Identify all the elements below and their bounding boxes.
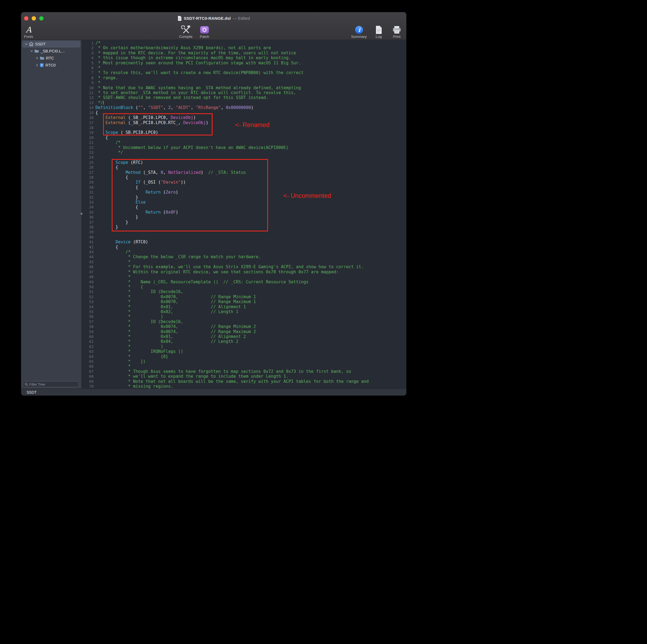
line-number: 44 [82,254,93,259]
code-line-text: Scope (_SB.PCI0.LPC0) [93,130,158,135]
summary-button[interactable]: i Summary [351,25,367,39]
code-line: 25 Scope (RTC) [82,160,406,165]
line-number: 18 [82,125,93,130]
code-line: 61 * 0x04, // Length 2 [82,339,406,344]
code-line: 44 * Change the below _CSR range to matc… [82,254,406,259]
code-line-text: * IRQNoFlags () [93,349,183,354]
code-line-text: * 0x01, // Alignment 2 [93,334,246,339]
print-button[interactable]: Print [390,25,403,39]
text-cursor [103,101,104,105]
code-line: 35 Return (0x0F) [82,210,406,215]
code-line-text: /* [93,41,100,46]
splitter-handle[interactable] [81,213,82,215]
code-line: 20 { [82,135,406,140]
code-line: 32 } [82,195,406,200]
log-button[interactable]: Log [373,25,385,39]
code-line: 68 * we'll want to expand the range to i… [82,374,406,379]
filter-input[interactable] [29,382,77,386]
line-number: 37 [82,220,93,225]
chevron-down-icon[interactable] [29,50,34,53]
titlebar[interactable]: SSDT-RTC0-RANGE.dsl — Edited [21,12,406,25]
code-line: 50 * { [82,285,406,289]
line-number: 8 [82,75,93,80]
code-line-text: * {8} [93,354,168,359]
code-line-text: * range. [93,75,118,80]
code-line: 12 * SSDT-AWAC should be removed and ins… [82,95,406,100]
sidebar-tree: SSDT_SB.PCI0.L…RTCRTC0 [21,40,81,69]
code-line: 33 Else [82,200,406,205]
line-number: 22 [82,145,93,150]
line-number: 42 [82,245,93,250]
code-line: 16 External (_SB_.PCI0.LPC0, DeviceObj) [82,115,406,120]
code-line: 58 * 0x0074, // Range Minimum 2 [82,324,406,329]
code-line: 27 Method (_STA, 0, NotSerialized) // _S… [82,170,406,175]
zoom-button[interactable] [39,16,44,20]
status-bar: SSDT [21,389,406,396]
code-line: 67 * Though Asus seems to have forgotten… [82,369,406,374]
filter-field[interactable] [23,381,79,387]
code-line: 8 * range. [82,75,406,80]
code-line: 7 * To resolve this, we'll want to creat… [82,70,406,75]
code-line: 11 * to set another _STA method in your … [82,90,406,95]
code-line-text: * 0x0070, // Range Minimum 1 [93,295,256,299]
chevron-right-icon[interactable] [35,57,39,60]
code-line-text: * { [93,285,143,289]
line-number: 27 [82,170,93,175]
code-line: 64 * {8} [82,354,406,359]
chevron-down-icon[interactable] [24,43,28,46]
line-number: 39 [82,230,93,234]
code-line-text: * 0x0074, // Range Maximum 2 [93,329,256,334]
patch-button[interactable]: Patch [197,25,212,39]
code-line-text: /* [93,250,131,254]
line-number: 9 [82,80,93,85]
line-number: 10 [82,85,93,90]
code-line: 52 * 0x0070, // Range Minimum 1 [82,295,406,299]
line-number: 32 [82,195,93,200]
sidebar-item-rtc0[interactable]: RTC0 [22,62,80,69]
window-title-edited: — Edited [233,16,250,21]
sidebar-item-ssdt[interactable]: SSDT [22,41,80,48]
minimize-button[interactable] [31,16,36,20]
code-line: 69 * Note that not all boards will be th… [82,379,406,384]
code-line-text: { [93,165,118,170]
code-line: 13 */ [82,100,406,105]
traffic-lights [24,12,44,25]
code-line-text: External (_SB_.PCI0.LPC0, DeviceObj) [93,115,196,120]
code-line-text: If (_OSI ("Darwin")) [93,180,186,185]
code-line-text: * SSDT-AWAC should be removed and instea… [93,95,268,100]
code-line-text: { [93,185,138,190]
code-editor[interactable]: 1/*2 * On certain motherboards(mainly As… [82,40,406,389]
search-icon [25,383,28,386]
code-line-text: * 0x04, // Length 2 [93,339,238,344]
code-line: 51 * IO (Decode16, [82,289,406,294]
line-number: 43 [82,250,93,254]
code-line: 24 [82,155,406,160]
code-line-text: * 0x0070, // Range Maximum 1 [93,299,256,304]
line-number: 17 [82,120,93,125]
chevron-right-icon[interactable] [35,64,39,67]
compile-button[interactable]: Compile [177,25,194,39]
code-line: 39 [82,230,406,234]
line-number: 33 [82,200,93,205]
code-line-text: Return (Zero) [93,190,178,195]
code-line: 37 } [82,220,406,225]
line-number: 14 [82,105,93,110]
patch-gear-icon [200,25,209,34]
line-number: 65 [82,359,93,364]
code-line-text: External (_SB_.PCI0.LPC0.RTC_, DeviceObj… [93,120,208,125]
document-icon [177,16,182,21]
code-line-text: * mapped in the RTC device. For the majo… [93,51,296,56]
sidebar-item-sb-pci0-l[interactable]: _SB.PCI0.L… [22,48,80,55]
code-line: 49 * Name (_CRS, ResourceTemplate () // … [82,279,406,285]
close-button[interactable] [24,16,28,20]
code-line: 34 { [82,205,406,210]
code-line: 30 { [82,185,406,190]
sidebar-item-rtc[interactable]: RTC [22,55,80,62]
code-line-text: * [93,364,131,369]
line-number: 60 [82,334,93,339]
line-number: 45 [82,259,93,264]
window-title-group: SSDT-RTC0-RANGE.dsl — Edited [177,16,250,21]
fonts-button[interactable]: A Fonts [23,25,34,39]
code-lines: 1/*2 * On certain motherboards(mainly As… [82,40,406,389]
line-number: 51 [82,289,93,294]
